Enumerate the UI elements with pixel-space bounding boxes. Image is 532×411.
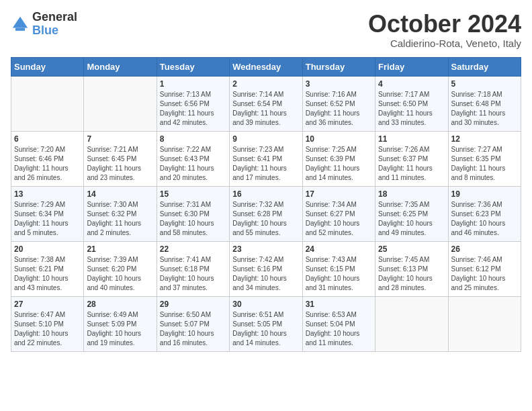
- day-number: 5: [451, 79, 518, 89]
- day-number: 14: [87, 189, 153, 199]
- calendar-day-cell: 26Sunrise: 7:46 AM Sunset: 6:12 PM Dayli…: [448, 241, 521, 296]
- calendar-day-cell: 5Sunrise: 7:18 AM Sunset: 6:48 PM Daylig…: [448, 76, 521, 131]
- day-number: 2: [232, 79, 299, 89]
- page-header: General Blue October 2024 Caldierino-Rot…: [11, 11, 521, 49]
- calendar-day-cell: 25Sunrise: 7:45 AM Sunset: 6:13 PM Dayli…: [375, 241, 448, 296]
- day-number: 29: [160, 300, 226, 309]
- day-info: Sunrise: 7:23 AM Sunset: 6:41 PM Dayligh…: [232, 145, 299, 183]
- location: Caldierino-Rota, Veneto, Italy: [368, 38, 521, 49]
- day-of-week-header: Friday: [375, 57, 448, 76]
- calendar-day-cell: 10Sunrise: 7:25 AM Sunset: 6:39 PM Dayli…: [302, 131, 375, 186]
- calendar-day-cell: [375, 296, 448, 351]
- logo: General Blue: [11, 11, 77, 38]
- day-number: 17: [306, 189, 372, 199]
- day-number: 4: [378, 79, 445, 89]
- day-info: Sunrise: 7:43 AM Sunset: 6:15 PM Dayligh…: [306, 255, 372, 293]
- day-number: 27: [14, 300, 81, 309]
- calendar-header-row: SundayMondayTuesdayWednesdayThursdayFrid…: [11, 57, 521, 76]
- day-info: Sunrise: 7:31 AM Sunset: 6:30 PM Dayligh…: [160, 200, 226, 238]
- calendar-day-cell: 6Sunrise: 7:20 AM Sunset: 6:46 PM Daylig…: [11, 131, 84, 186]
- day-info: Sunrise: 7:16 AM Sunset: 6:52 PM Dayligh…: [306, 90, 372, 128]
- calendar-week-row: 1Sunrise: 7:13 AM Sunset: 6:56 PM Daylig…: [11, 76, 521, 131]
- day-number: 30: [232, 300, 299, 309]
- day-info: Sunrise: 6:53 AM Sunset: 5:04 PM Dayligh…: [306, 310, 372, 348]
- calendar-body: 1Sunrise: 7:13 AM Sunset: 6:56 PM Daylig…: [11, 76, 521, 351]
- day-info: Sunrise: 7:36 AM Sunset: 6:23 PM Dayligh…: [451, 200, 518, 238]
- calendar-day-cell: 2Sunrise: 7:14 AM Sunset: 6:54 PM Daylig…: [230, 76, 302, 131]
- day-number: 19: [451, 189, 518, 199]
- day-number: 9: [232, 134, 299, 144]
- day-info: Sunrise: 7:21 AM Sunset: 6:45 PM Dayligh…: [87, 145, 153, 183]
- day-number: 21: [87, 244, 153, 254]
- day-info: Sunrise: 7:35 AM Sunset: 6:25 PM Dayligh…: [378, 200, 445, 238]
- day-number: 16: [232, 189, 299, 199]
- day-info: Sunrise: 7:13 AM Sunset: 6:56 PM Dayligh…: [160, 90, 226, 128]
- calendar-day-cell: 3Sunrise: 7:16 AM Sunset: 6:52 PM Daylig…: [302, 76, 375, 131]
- day-info: Sunrise: 7:41 AM Sunset: 6:18 PM Dayligh…: [160, 255, 226, 293]
- day-info: Sunrise: 6:50 AM Sunset: 5:07 PM Dayligh…: [160, 310, 226, 348]
- calendar-day-cell: 1Sunrise: 7:13 AM Sunset: 6:56 PM Daylig…: [157, 76, 229, 131]
- day-number: 18: [378, 189, 445, 199]
- day-number: 22: [160, 244, 226, 254]
- calendar-day-cell: 16Sunrise: 7:32 AM Sunset: 6:28 PM Dayli…: [230, 186, 302, 241]
- day-number: 12: [451, 134, 518, 144]
- day-number: 23: [232, 244, 299, 254]
- calendar-day-cell: 7Sunrise: 7:21 AM Sunset: 6:45 PM Daylig…: [84, 131, 157, 186]
- day-info: Sunrise: 7:42 AM Sunset: 6:16 PM Dayligh…: [232, 255, 299, 293]
- day-number: 8: [160, 134, 226, 144]
- title-block: October 2024 Caldierino-Rota, Veneto, It…: [368, 11, 521, 49]
- calendar-day-cell: 19Sunrise: 7:36 AM Sunset: 6:23 PM Dayli…: [448, 186, 521, 241]
- calendar-day-cell: 29Sunrise: 6:50 AM Sunset: 5:07 PM Dayli…: [157, 296, 229, 351]
- calendar-day-cell: 12Sunrise: 7:27 AM Sunset: 6:35 PM Dayli…: [448, 131, 521, 186]
- calendar-day-cell: 31Sunrise: 6:53 AM Sunset: 5:04 PM Dayli…: [302, 296, 375, 351]
- day-info: Sunrise: 7:30 AM Sunset: 6:32 PM Dayligh…: [87, 200, 153, 238]
- calendar-week-row: 6Sunrise: 7:20 AM Sunset: 6:46 PM Daylig…: [11, 131, 521, 186]
- svg-rect-1: [15, 28, 25, 30]
- calendar-table: SundayMondayTuesdayWednesdayThursdayFrid…: [11, 57, 521, 352]
- day-of-week-header: Saturday: [448, 57, 521, 76]
- logo-text: General Blue: [32, 11, 77, 38]
- calendar-day-cell: [11, 76, 84, 131]
- day-number: 10: [306, 134, 372, 144]
- calendar-day-cell: 21Sunrise: 7:39 AM Sunset: 6:20 PM Dayli…: [84, 241, 157, 296]
- calendar-day-cell: 20Sunrise: 7:38 AM Sunset: 6:21 PM Dayli…: [11, 241, 84, 296]
- day-info: Sunrise: 6:47 AM Sunset: 5:10 PM Dayligh…: [14, 310, 81, 348]
- svg-marker-0: [13, 17, 28, 28]
- calendar-week-row: 27Sunrise: 6:47 AM Sunset: 5:10 PM Dayli…: [11, 296, 521, 351]
- day-of-week-header: Thursday: [302, 57, 375, 76]
- calendar-day-cell: 11Sunrise: 7:26 AM Sunset: 6:37 PM Dayli…: [375, 131, 448, 186]
- day-number: 3: [306, 79, 372, 89]
- calendar-day-cell: [84, 76, 157, 131]
- day-info: Sunrise: 7:34 AM Sunset: 6:27 PM Dayligh…: [306, 200, 372, 238]
- calendar-day-cell: 23Sunrise: 7:42 AM Sunset: 6:16 PM Dayli…: [230, 241, 302, 296]
- day-info: Sunrise: 7:38 AM Sunset: 6:21 PM Dayligh…: [14, 255, 81, 293]
- month-title: October 2024: [368, 11, 521, 38]
- day-info: Sunrise: 7:14 AM Sunset: 6:54 PM Dayligh…: [232, 90, 299, 128]
- calendar-day-cell: 14Sunrise: 7:30 AM Sunset: 6:32 PM Dayli…: [84, 186, 157, 241]
- day-number: 1: [160, 79, 226, 89]
- day-of-week-header: Sunday: [11, 57, 84, 76]
- calendar-day-cell: 22Sunrise: 7:41 AM Sunset: 6:18 PM Dayli…: [157, 241, 229, 296]
- day-number: 6: [14, 134, 81, 144]
- day-info: Sunrise: 7:39 AM Sunset: 6:20 PM Dayligh…: [87, 255, 153, 293]
- calendar-day-cell: 30Sunrise: 6:51 AM Sunset: 5:05 PM Dayli…: [230, 296, 302, 351]
- day-number: 28: [87, 300, 153, 309]
- day-number: 11: [378, 134, 445, 144]
- day-info: Sunrise: 7:45 AM Sunset: 6:13 PM Dayligh…: [378, 255, 445, 293]
- calendar-day-cell: 17Sunrise: 7:34 AM Sunset: 6:27 PM Dayli…: [302, 186, 375, 241]
- day-info: Sunrise: 7:22 AM Sunset: 6:43 PM Dayligh…: [160, 145, 226, 183]
- calendar-week-row: 20Sunrise: 7:38 AM Sunset: 6:21 PM Dayli…: [11, 241, 521, 296]
- calendar-day-cell: 13Sunrise: 7:29 AM Sunset: 6:34 PM Dayli…: [11, 186, 84, 241]
- day-info: Sunrise: 7:46 AM Sunset: 6:12 PM Dayligh…: [451, 255, 518, 293]
- calendar-day-cell: 4Sunrise: 7:17 AM Sunset: 6:50 PM Daylig…: [375, 76, 448, 131]
- calendar-day-cell: 28Sunrise: 6:49 AM Sunset: 5:09 PM Dayli…: [84, 296, 157, 351]
- calendar-day-cell: 27Sunrise: 6:47 AM Sunset: 5:10 PM Dayli…: [11, 296, 84, 351]
- day-info: Sunrise: 7:17 AM Sunset: 6:50 PM Dayligh…: [378, 90, 445, 128]
- day-info: Sunrise: 7:18 AM Sunset: 6:48 PM Dayligh…: [451, 90, 518, 128]
- day-number: 25: [378, 244, 445, 254]
- day-number: 15: [160, 189, 226, 199]
- calendar-day-cell: 18Sunrise: 7:35 AM Sunset: 6:25 PM Dayli…: [375, 186, 448, 241]
- calendar-week-row: 13Sunrise: 7:29 AM Sunset: 6:34 PM Dayli…: [11, 186, 521, 241]
- day-info: Sunrise: 6:51 AM Sunset: 5:05 PM Dayligh…: [232, 310, 299, 348]
- calendar-day-cell: 24Sunrise: 7:43 AM Sunset: 6:15 PM Dayli…: [302, 241, 375, 296]
